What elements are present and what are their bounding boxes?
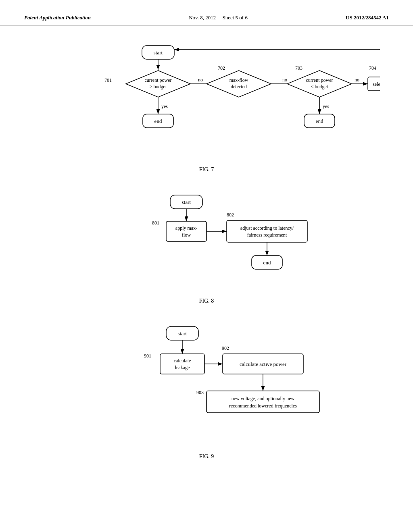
svg-text:leakage: leakage: [175, 365, 190, 370]
svg-text:no: no: [282, 77, 287, 83]
svg-text:select voltage: select voltage: [373, 81, 380, 87]
svg-rect-37: [166, 221, 206, 241]
main-content: start current power > budget 701 yes end…: [0, 25, 413, 488]
svg-text:801: 801: [152, 220, 159, 226]
svg-text:704: 704: [369, 65, 376, 71]
svg-text:902: 902: [222, 345, 229, 351]
svg-text:current power: current power: [306, 77, 333, 83]
header-date: Nov. 8, 2012: [189, 15, 216, 21]
svg-text:no: no: [355, 77, 359, 83]
header-sheet: Sheet 5 of 6: [222, 15, 247, 21]
fig8-flowchart: start apply max- flow 801 adjust accordi…: [81, 189, 332, 294]
svg-rect-53: [160, 354, 204, 374]
svg-text:apply max-: apply max-: [175, 225, 197, 231]
svg-text:max-flow: max-flow: [229, 77, 248, 83]
figure-8-section: start apply max- flow 801 adjust accordi…: [24, 189, 389, 312]
svg-text:yes: yes: [161, 104, 168, 109]
svg-text:start: start: [182, 199, 191, 205]
svg-text:903: 903: [196, 390, 204, 395]
svg-text:recommended lowered frequencie: recommended lowered frequencies: [229, 403, 297, 409]
svg-text:701: 701: [104, 77, 112, 83]
svg-text:fairness requirement: fairness requirement: [247, 232, 287, 238]
page: Patent Application Publication Nov. 8, 2…: [0, 0, 413, 532]
svg-text:yes: yes: [323, 104, 329, 109]
svg-text:end: end: [263, 260, 271, 266]
figure-9-section: start calculate leakage 901 calculate ac…: [24, 320, 389, 468]
svg-text:start: start: [178, 330, 187, 337]
svg-rect-42: [227, 220, 307, 242]
svg-text:new voltage, and optionally ne: new voltage, and optionally new: [232, 396, 295, 401]
svg-text:start: start: [154, 50, 163, 56]
fig9-caption: FIG. 9: [199, 453, 214, 460]
header-center: Nov. 8, 2012 Sheet 5 of 6: [189, 15, 248, 21]
svg-text:702: 702: [218, 65, 225, 71]
svg-text:> budget: > budget: [150, 84, 167, 89]
svg-text:calculate: calculate: [174, 358, 191, 364]
fig9-flowchart: start calculate leakage 901 calculate ac…: [77, 320, 336, 449]
svg-text:802: 802: [227, 212, 234, 218]
svg-text:< budget: < budget: [311, 84, 328, 89]
figure-7-section: start current power > budget 701 yes end…: [24, 37, 389, 181]
svg-text:detected: detected: [231, 84, 247, 89]
svg-text:current power: current power: [145, 77, 172, 83]
header-patent-number: US 2012/284542 A1: [346, 15, 389, 21]
header-publication-label: Patent Application Publication: [24, 15, 91, 21]
page-header: Patent Application Publication Nov. 8, 2…: [0, 0, 413, 25]
fig8-caption: FIG. 8: [199, 298, 214, 304]
svg-text:no: no: [198, 77, 203, 83]
svg-text:flow: flow: [182, 232, 191, 238]
fig7-caption: FIG. 7: [199, 166, 214, 173]
svg-text:end: end: [316, 118, 323, 124]
svg-text:901: 901: [144, 353, 151, 359]
svg-text:calculate active power: calculate active power: [240, 361, 287, 367]
svg-text:end: end: [154, 118, 162, 124]
fig7-flowchart: start current power > budget 701 yes end…: [33, 37, 380, 162]
svg-rect-62: [206, 391, 319, 413]
svg-text:adjust according to latency/: adjust according to latency/: [240, 225, 294, 231]
svg-text:703: 703: [295, 65, 302, 71]
